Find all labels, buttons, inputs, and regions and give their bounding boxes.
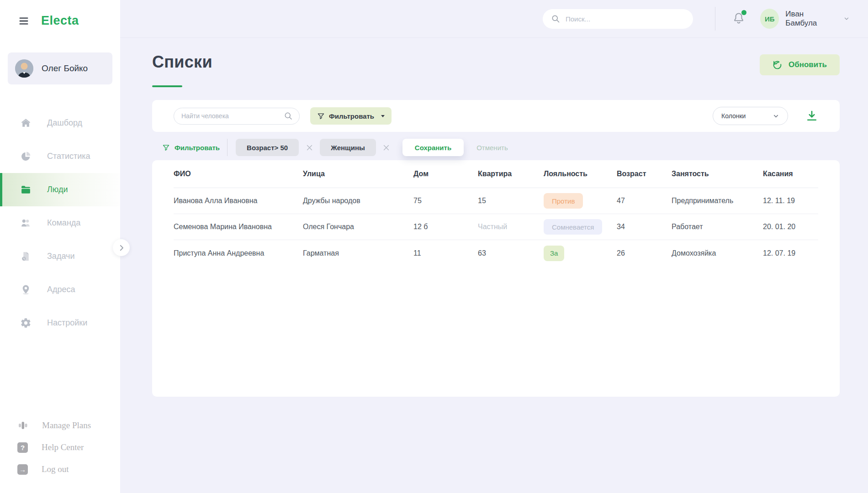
cell-touch: 12. 11. 19 bbox=[763, 197, 818, 205]
columns-select[interactable]: Колонки bbox=[713, 107, 788, 125]
sidebar-item-settings[interactable]: Настройки bbox=[0, 306, 120, 340]
cell-street: Гарматная bbox=[303, 249, 413, 257]
cell-touch: 12. 07. 19 bbox=[763, 249, 818, 257]
filters-toggle-label: Фильтровать bbox=[175, 144, 220, 152]
sidebar-item-people[interactable]: Люди bbox=[0, 173, 120, 206]
active-filters-row: Фильтровать Возраст> 50 Женщины Сохранит… bbox=[152, 138, 840, 157]
column-header-job: Занятость bbox=[672, 170, 763, 178]
cell-street: Олеся Гончара bbox=[303, 223, 413, 231]
title-underline bbox=[152, 85, 182, 87]
topbar: ИБ Иван Бамбула bbox=[120, 0, 868, 38]
funnel-icon bbox=[162, 144, 170, 152]
cancel-filters-button[interactable]: Отменить bbox=[476, 144, 508, 152]
sidebar-item-label: Команда bbox=[47, 218, 80, 228]
table-row[interactable]: Семенова Марина Ивановна Олеся Гончара 1… bbox=[174, 214, 818, 240]
loyalty-badge: Сомневается bbox=[544, 219, 602, 235]
account-avatar: ИБ bbox=[760, 9, 779, 29]
caret-down-icon bbox=[381, 115, 385, 117]
sidebar-footer-label: Log out bbox=[42, 464, 69, 474]
page-header: Списки Обновить bbox=[152, 52, 840, 87]
chevron-down-icon bbox=[843, 16, 850, 22]
sidebar-item-addresses[interactable]: Адреса bbox=[0, 273, 120, 306]
sidebar-item-help-center[interactable]: ? Help Center bbox=[0, 436, 120, 458]
cell-street: Дружбы народов bbox=[303, 197, 413, 205]
cell-job: Домохозяйка bbox=[672, 249, 763, 257]
cell-apt: 63 bbox=[478, 249, 544, 257]
table-row[interactable]: Иванова Алла Ивановна Дружбы народов 75 … bbox=[174, 188, 818, 214]
table-row[interactable]: Приступа Анна Андреевна Гарматная 11 63 … bbox=[174, 240, 818, 266]
global-search-input[interactable] bbox=[566, 15, 685, 23]
column-header-loyalty: Лояльность bbox=[544, 170, 617, 178]
notifications-button[interactable] bbox=[732, 11, 746, 26]
column-header-fio: ФИО bbox=[174, 170, 303, 178]
sidebar-item-label: Задачи bbox=[47, 252, 74, 261]
filter-chip-gender[interactable]: Женщины bbox=[320, 139, 376, 156]
sidebar-item-statistics[interactable]: Статистика bbox=[0, 140, 120, 173]
question-icon: ? bbox=[17, 442, 28, 453]
loyalty-badge: Против bbox=[544, 193, 583, 209]
sidebar-footer-label: Help Center bbox=[42, 442, 84, 452]
close-icon[interactable] bbox=[380, 144, 393, 152]
sidebar: Electa Олег Бойко Дашборд bbox=[0, 0, 120, 493]
funnel-icon bbox=[317, 112, 325, 120]
cell-fio: Семенова Марина Ивановна bbox=[174, 223, 303, 231]
hamburger-menu-icon[interactable] bbox=[17, 16, 30, 26]
filter-button[interactable]: Фильтровать bbox=[310, 107, 392, 125]
brand-logo: Electa bbox=[41, 14, 79, 28]
sidebar-item-log-out[interactable]: → Log out bbox=[0, 458, 120, 480]
refresh-button[interactable]: Обновить bbox=[760, 54, 840, 75]
user-name: Олег Бойко bbox=[42, 63, 88, 73]
account-menu[interactable]: ИБ Иван Бамбула bbox=[760, 9, 850, 29]
refresh-label: Обновить bbox=[789, 60, 827, 69]
sidebar-item-team[interactable]: Команда bbox=[0, 206, 120, 240]
search-icon bbox=[551, 14, 560, 23]
home-icon bbox=[20, 117, 32, 129]
page-content: Списки Обновить bbox=[120, 38, 868, 493]
sidebar-footer-label: Manage Plans bbox=[42, 420, 91, 430]
sidebar-collapse-handle[interactable] bbox=[113, 239, 130, 256]
filter-button-label: Фильтровать bbox=[329, 112, 374, 120]
find-person-input[interactable] bbox=[181, 112, 284, 120]
column-header-touch: Касания bbox=[763, 170, 818, 178]
sidebar-item-label: Адреса bbox=[47, 285, 75, 294]
gear-icon bbox=[20, 317, 32, 329]
filter-chip-age[interactable]: Возраст> 50 bbox=[236, 139, 299, 156]
filters-toggle[interactable]: Фильтровать bbox=[162, 144, 220, 152]
loyalty-badge: За bbox=[544, 246, 564, 261]
refresh-icon bbox=[773, 60, 782, 70]
cell-job: Предприниматель bbox=[672, 197, 763, 205]
close-icon[interactable] bbox=[302, 144, 316, 152]
main-area: ИБ Иван Бамбула Списки Обновить bbox=[120, 0, 868, 493]
account-name: Иван Бамбула bbox=[785, 10, 834, 28]
app-window: Electa Олег Бойко Дашборд bbox=[0, 0, 868, 493]
current-user-card[interactable]: Олег Бойко bbox=[8, 52, 112, 84]
notification-dot bbox=[741, 10, 746, 15]
cell-apt: 15 bbox=[478, 197, 544, 205]
folder-icon bbox=[20, 184, 32, 195]
columns-select-label: Колонки bbox=[721, 112, 746, 120]
task-clock-icon bbox=[20, 251, 32, 262]
sidebar-item-label: Люди bbox=[47, 185, 68, 194]
save-filters-button[interactable]: Сохранить bbox=[402, 139, 464, 156]
topbar-divider bbox=[715, 7, 715, 31]
column-header-house: Дом bbox=[413, 170, 478, 178]
find-person-field[interactable] bbox=[174, 108, 300, 125]
sidebar-item-tasks[interactable]: Задачи bbox=[0, 240, 120, 273]
sidebar-item-label: Настройки bbox=[47, 318, 87, 328]
global-search[interactable] bbox=[543, 9, 693, 29]
cell-house: 11 bbox=[413, 249, 478, 257]
page-title: Списки bbox=[152, 52, 212, 72]
cell-age: 34 bbox=[617, 223, 672, 231]
download-button[interactable] bbox=[805, 110, 818, 122]
cell-fio: Иванова Алла Ивановна bbox=[174, 197, 303, 205]
bars-icon bbox=[17, 420, 28, 431]
cell-loyalty: За bbox=[544, 246, 617, 261]
cell-house: 12 б bbox=[413, 223, 478, 231]
people-icon bbox=[20, 217, 32, 229]
logout-icon: → bbox=[17, 464, 28, 475]
sidebar-item-dashboard[interactable]: Дашборд bbox=[0, 106, 120, 140]
sidebar-item-manage-plans[interactable]: Manage Plans bbox=[0, 414, 120, 436]
cell-loyalty: Сомневается bbox=[544, 219, 617, 235]
chips-divider bbox=[227, 139, 228, 156]
list-toolbar: Фильтровать Колонки bbox=[152, 100, 840, 132]
